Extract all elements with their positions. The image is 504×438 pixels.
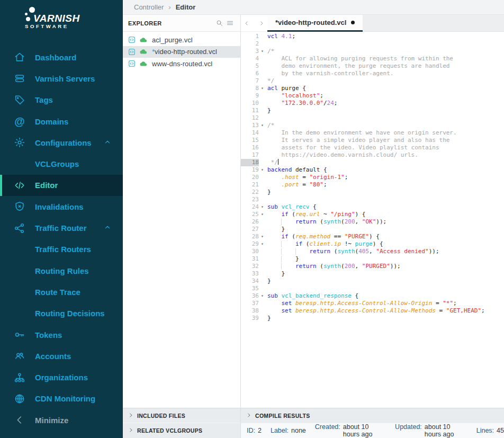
breadcrumb-controller[interactable]: Controller xyxy=(134,3,164,11)
fold-marker-icon[interactable]: ▾ xyxy=(259,48,266,55)
code-text: sub vcl_backend_response { xyxy=(266,292,504,300)
code-line[interactable]: 27 } xyxy=(241,226,504,233)
sidebar-item-label: Tags xyxy=(35,95,53,104)
code-line[interactable]: 34} xyxy=(241,278,504,285)
sidebar: VARNISH SOFTWARE DashboardVarnish Server… xyxy=(0,0,123,438)
code-line[interactable]: 18 */ xyxy=(241,159,504,166)
code-line[interactable]: 33 } xyxy=(241,270,504,278)
sidebar-item-organizations[interactable]: Organizations xyxy=(0,367,123,388)
file-item-video-http-routed-vcl[interactable]: *video-http-routed.vcl xyxy=(123,46,240,58)
menu-icon[interactable] xyxy=(224,18,235,29)
code-line[interactable]: 24▾sub vcl_recv { xyxy=(241,203,504,211)
search-icon[interactable] xyxy=(214,18,224,29)
sidebar-item-vclgroups[interactable]: VCLGroups xyxy=(0,153,123,174)
sidebar-item-routing-rules[interactable]: Routing Rules xyxy=(0,260,123,281)
code-line[interactable]: 11} xyxy=(241,107,504,114)
code-line[interactable]: 7*/ xyxy=(241,77,504,85)
sidebar-item-dashboard[interactable]: Dashboard xyxy=(0,47,123,68)
code-text: .host = "origin-1"; xyxy=(266,174,504,181)
code-line[interactable]: 14 In the demo environment we have one o… xyxy=(241,129,504,137)
related-vclgroups-header[interactable]: RELATED VCLGROUPS xyxy=(123,423,240,438)
fold-marker-icon[interactable]: ▾ xyxy=(259,211,266,218)
sidebar-item-configurations[interactable]: Configurations xyxy=(0,132,123,153)
file-item-www-dns-routed-vcl[interactable]: www-dns-routed.vcl xyxy=(123,58,240,70)
code-line[interactable]: 5 demo environment, the purge requests a… xyxy=(241,62,504,70)
code-line[interactable]: 37 set beresp.http.Access-Control-Allow-… xyxy=(241,300,504,307)
code-line[interactable]: 35 xyxy=(241,285,504,292)
code-editor[interactable]: 1vcl 4.1;23▾/*4 ACL for allowing purging… xyxy=(241,32,504,408)
fold-marker-icon[interactable]: ▾ xyxy=(259,233,266,240)
line-number: 24 xyxy=(241,203,259,211)
code-line[interactable]: 2 xyxy=(241,40,504,48)
sidebar-item-varnish-servers[interactable]: Varnish Servers xyxy=(0,68,123,89)
code-line[interactable]: 3▾/* xyxy=(241,48,504,55)
code-line[interactable]: 31 } xyxy=(241,255,504,263)
code-line[interactable]: 23 xyxy=(241,196,504,203)
fold-marker-icon[interactable]: ▾ xyxy=(259,292,266,300)
sidebar-item-traffic-router[interactable]: Traffic Router xyxy=(0,217,123,238)
sidebar-item-routing-decisions[interactable]: Routing Decisions xyxy=(0,303,123,324)
chevron-up-icon[interactable] xyxy=(104,224,111,233)
code-line[interactable]: 12 xyxy=(241,114,504,122)
chevron-left-icon[interactable] xyxy=(244,20,250,26)
code-line[interactable]: 32 return (synth(200, "PURGED")); xyxy=(241,263,504,270)
code-line[interactable]: 8▾acl purge { xyxy=(241,85,504,92)
code-text: } xyxy=(266,107,504,114)
sidebar-item-route-trace[interactable]: Route Trace xyxy=(0,281,123,302)
code-text: } xyxy=(266,315,504,322)
code-line[interactable]: 26 return (synth(200, "OK")); xyxy=(241,218,504,226)
sidebar-item-minimize[interactable]: Minimize xyxy=(0,409,123,431)
cloud-icon xyxy=(140,36,148,44)
sidebar-item-invalidations[interactable]: Invalidations xyxy=(0,196,123,217)
sidebar-item-tokens[interactable]: Tokens xyxy=(0,324,123,345)
code-line[interactable]: 25▾ if (req.url ~ "/ping") { xyxy=(241,211,504,218)
code-line[interactable]: 22} xyxy=(241,189,504,196)
code-line[interactable]: 13▾/* xyxy=(241,122,504,129)
code-line[interactable]: 1vcl 4.1; xyxy=(241,33,504,40)
chevron-right-icon[interactable] xyxy=(258,20,265,26)
fold-spacer xyxy=(259,315,266,322)
code-line[interactable]: 28▾ if (req.method == "PURGE") { xyxy=(241,233,504,240)
sidebar-item-cdn-monitoring[interactable]: CDN Monitoring xyxy=(0,388,123,409)
code-line[interactable]: 4 ACL for allowing purging requests from… xyxy=(241,55,504,62)
fold-spacer xyxy=(259,77,266,85)
tab-video-http-routed[interactable]: *video-http-routed.vcl xyxy=(267,15,363,32)
file-name: *video-http-routed.vcl xyxy=(152,48,217,56)
code-line[interactable]: 10 "172.30.0.0"/24; xyxy=(241,100,504,107)
fold-marker-icon[interactable]: ▾ xyxy=(259,85,266,92)
code-line[interactable]: 17 https://video.demo.varnish.cloud/ url… xyxy=(241,151,504,159)
code-line[interactable]: 16 assets for the video. Video playlist … xyxy=(241,144,504,151)
compile-results-header[interactable]: COMPILE RESULTS xyxy=(241,408,504,423)
code-line[interactable]: 15 It serves a simple video player and a… xyxy=(241,137,504,144)
file-name: acl_purge.vcl xyxy=(152,36,193,44)
sidebar-item-editor[interactable]: Editor xyxy=(0,175,123,196)
home-icon xyxy=(14,51,25,63)
code-line[interactable]: 36▾sub vcl_backend_response { xyxy=(241,292,504,300)
fold-marker-icon[interactable]: ▾ xyxy=(259,122,266,129)
code-line[interactable]: 30 return (synth(405, "Access denied")); xyxy=(241,248,504,255)
varnish-logo: VARNISH SOFTWARE xyxy=(0,0,123,47)
code-line[interactable]: 38 set beresp.http.Access-Control-Allow-… xyxy=(241,307,504,315)
code-text: */ xyxy=(266,77,504,85)
included-files-header[interactable]: INCLUDED FILES xyxy=(123,408,240,423)
chevron-up-icon[interactable] xyxy=(104,138,111,147)
code-line[interactable]: 39} xyxy=(241,315,504,322)
sidebar-item-domains[interactable]: @Domains xyxy=(0,111,123,132)
fold-marker-icon[interactable]: ▾ xyxy=(259,240,266,248)
code-text: "localhost"; xyxy=(266,92,504,100)
sidebar-item-accounts[interactable]: Accounts xyxy=(0,345,123,367)
fold-marker-icon[interactable]: ▾ xyxy=(259,166,266,174)
sidebar-item-tags[interactable]: Tags xyxy=(0,90,123,111)
sidebar-item-traffic-routers[interactable]: Traffic Routers xyxy=(0,239,123,260)
line-number: 31 xyxy=(241,255,259,263)
code-line[interactable]: 19▾backend default { xyxy=(241,166,504,174)
code-line[interactable]: 21 .port = "80"; xyxy=(241,181,504,189)
code-line[interactable]: 6 by the varnish-controller-agent. xyxy=(241,70,504,77)
code-line[interactable]: 9 "localhost"; xyxy=(241,92,504,100)
fold-marker-icon[interactable]: ▾ xyxy=(259,203,266,211)
file-item-acl-purge-vcl[interactable]: acl_purge.vcl xyxy=(123,34,240,46)
code-line[interactable]: 29▾ if (client.ip !~ purge) { xyxy=(241,240,504,248)
line-number: 2 xyxy=(241,40,259,48)
fold-spacer xyxy=(259,196,266,203)
code-line[interactable]: 20 .host = "origin-1"; xyxy=(241,174,504,181)
